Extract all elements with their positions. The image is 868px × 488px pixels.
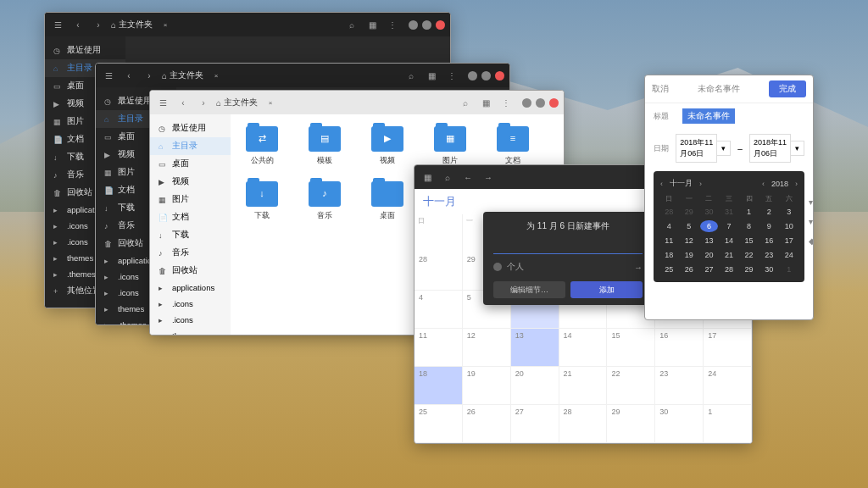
mc-day[interactable]: 8	[740, 220, 758, 232]
calendar-cell[interactable]: 17	[704, 329, 752, 367]
mc-day[interactable]: 20	[700, 249, 718, 261]
folder-public[interactable]: ⇄公共的	[242, 126, 281, 166]
folder-videos[interactable]: ▶视频	[368, 126, 407, 166]
maximize-icon[interactable]	[422, 20, 431, 30]
folder-music[interactable]: ♪音乐	[305, 181, 344, 221]
mc-day[interactable]: 28	[660, 206, 678, 218]
prev-month-icon[interactable]: ‹	[660, 180, 663, 188]
mc-day[interactable]: 29	[681, 206, 698, 218]
sidebar-item-themes[interactable]: ▸themes	[150, 328, 231, 335]
close-icon[interactable]	[436, 20, 445, 30]
mc-day[interactable]: 28	[721, 263, 738, 275]
name-input[interactable]: 未命名事件	[682, 108, 735, 124]
mc-day[interactable]: 27	[700, 263, 718, 275]
calendar-cell[interactable]: 20	[511, 367, 559, 405]
mc-day[interactable]: 16	[760, 235, 778, 247]
event-name-input[interactable]	[493, 239, 643, 254]
mc-day[interactable]: 23	[760, 249, 778, 261]
minimize-icon[interactable]	[522, 98, 531, 108]
next-month-icon[interactable]: ›	[699, 180, 702, 188]
mc-day[interactable]: 19	[681, 249, 698, 261]
tab-close-icon[interactable]: ×	[263, 95, 278, 110]
calendar-cell[interactable]: 28	[559, 405, 608, 443]
minimize-icon[interactable]	[409, 20, 418, 30]
maximize-icon[interactable]	[536, 98, 545, 108]
calendar-cell[interactable]: 24	[704, 367, 752, 405]
calendar-cell[interactable]: 13	[511, 329, 559, 367]
mc-day[interactable]: 1	[740, 206, 758, 218]
view-icon[interactable]: ▦	[424, 68, 439, 83]
folder-desktop[interactable]: 桌面	[368, 181, 407, 221]
next-icon[interactable]: →	[481, 169, 496, 185]
calendar-cell[interactable]: 18	[415, 367, 463, 405]
mc-day[interactable]: 18	[660, 249, 678, 261]
mc-day[interactable]: 5	[681, 220, 698, 232]
close-icon[interactable]	[549, 98, 559, 108]
sidebar-item-pictures[interactable]: ▦图片	[150, 191, 231, 208]
calendar-cell[interactable]: 19	[463, 367, 511, 405]
calendar-cell[interactable]: 22	[607, 367, 655, 405]
prev-icon[interactable]: ←	[460, 169, 476, 185]
mc-day[interactable]: 30	[700, 206, 718, 218]
mc-day[interactable]: 22	[740, 249, 758, 261]
titlebar[interactable]: ☰ ‹ › ⌂ 主文件夹 × ⌕ ▦ ⋮	[150, 91, 564, 114]
sidebar-item-icons2[interactable]: ▸.icons	[150, 312, 231, 328]
calendar-cell[interactable]: 27	[511, 405, 559, 443]
folder-pictures[interactable]: ▦图片	[431, 126, 470, 166]
calendar-cell[interactable]: 28	[415, 252, 463, 291]
done-button[interactable]: 完成	[769, 80, 806, 97]
calendar-cell[interactable]: 25	[415, 405, 463, 443]
fwd-icon[interactable]: ›	[142, 68, 157, 83]
mc-day[interactable]: 11	[660, 235, 678, 247]
tab-close-icon[interactable]: ×	[209, 68, 224, 83]
sidebar-item-desktop[interactable]: ▭桌面	[150, 155, 231, 173]
sidebar-item-home[interactable]: ⌂主目录	[150, 137, 231, 155]
dropdown-icon[interactable]: ▾	[809, 197, 814, 207]
more-icon[interactable]: ⋮	[444, 68, 459, 83]
mc-day[interactable]: 14	[721, 235, 738, 247]
sidebar-item-downloads[interactable]: ↓下载	[150, 226, 231, 244]
sidebar-item-apps[interactable]: ▸applications	[150, 280, 231, 296]
calendar-cell[interactable]: 14	[559, 329, 608, 367]
close-icon[interactable]	[495, 71, 504, 80]
calendar-cell[interactable]: 12	[463, 329, 511, 367]
sidebar-item-music[interactable]: ♪音乐	[150, 244, 231, 262]
mc-day[interactable]: 6	[700, 220, 718, 232]
mc-day[interactable]: 21	[721, 249, 738, 261]
event-editor-window[interactable]: 取消 未命名事件 完成 标题 未命名事件 日期 2018年11月06日▾ – 2…	[644, 75, 814, 320]
add-button[interactable]: 添加	[570, 281, 643, 298]
menu-icon[interactable]: ☰	[50, 17, 65, 32]
mc-day[interactable]: 1	[780, 263, 798, 275]
edit-details-button[interactable]: 编辑细节…	[493, 281, 565, 298]
date-from[interactable]: 2018年11月06日▾	[676, 134, 731, 163]
view-icon[interactable]: ▦	[478, 95, 493, 110]
maximize-icon[interactable]	[481, 71, 491, 80]
folder-templates[interactable]: ▤模板	[305, 126, 344, 166]
next-year-icon[interactable]: ›	[795, 180, 798, 188]
mc-day[interactable]: 3	[780, 206, 798, 218]
view-icon[interactable]: ▦	[364, 17, 380, 32]
mc-day[interactable]: 4	[660, 220, 678, 232]
calendar-select[interactable]: 个人 →	[493, 261, 643, 273]
back-icon[interactable]: ‹	[70, 17, 86, 32]
fwd-icon[interactable]: ›	[196, 95, 211, 110]
search-icon[interactable]: ⌕	[458, 95, 473, 110]
sidebar-item-trash[interactable]: 🗑回收站	[150, 262, 231, 280]
mc-day[interactable]: 17	[780, 235, 798, 247]
mc-day[interactable]: 24	[780, 249, 798, 261]
sidebar-item-recent[interactable]: ◷最近使用	[45, 42, 125, 59]
search-icon[interactable]: ⌕	[403, 68, 419, 83]
new-event-popover[interactable]: 为 11 月 6 日新建事件 个人 → 编辑细节… 添加	[483, 212, 653, 305]
mc-day[interactable]: 13	[700, 235, 718, 247]
prev-year-icon[interactable]: ‹	[762, 180, 765, 188]
mc-day[interactable]: 9	[760, 220, 778, 232]
sidebar-item-recent[interactable]: ◷最近使用	[150, 119, 231, 137]
minimize-icon[interactable]	[468, 71, 477, 80]
mini-calendar[interactable]: ‹十一月› ‹2018› 日一二三四五六28293031123456789101…	[654, 171, 804, 282]
mc-day[interactable]: 30	[760, 263, 778, 275]
search-icon[interactable]: ⌕	[440, 169, 455, 185]
calendar-cell[interactable]: 26	[463, 405, 511, 443]
cancel-button[interactable]: 取消	[652, 83, 669, 95]
sidebar-item-icons[interactable]: ▸.icons	[150, 296, 231, 312]
mc-day[interactable]: 29	[740, 263, 758, 275]
